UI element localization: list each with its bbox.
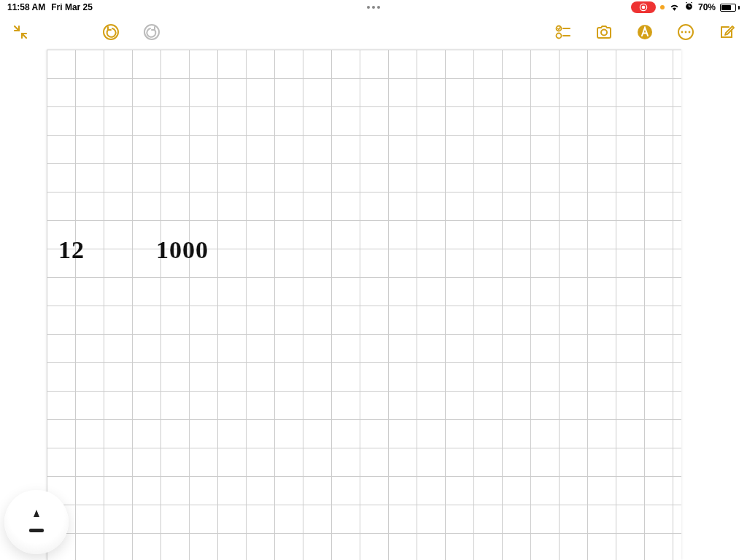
record-icon (638, 2, 649, 12)
more-icon (677, 23, 694, 41)
more-button[interactable] (676, 22, 696, 42)
alarm-icon (684, 1, 694, 13)
dot-icon (367, 6, 370, 9)
undo-icon (102, 23, 120, 41)
status-left: 11:58 AM Fri Mar 25 (7, 2, 93, 12)
svg-line-6 (691, 2, 692, 3)
handwriting-text: 12 (58, 236, 85, 264)
collapse-button[interactable] (10, 22, 31, 42)
collapse-icon (12, 23, 29, 41)
markup-button[interactable] (635, 22, 655, 42)
canvas-area[interactable]: 12 1000 (0, 50, 747, 560)
svg-point-17 (685, 31, 687, 34)
markup-icon (636, 23, 654, 41)
status-time: 11:58 AM (7, 2, 45, 12)
status-date: Fri Mar 25 (51, 2, 93, 12)
status-bar: 11:58 AM Fri Mar 25 70% (0, 0, 747, 15)
grid-paper[interactable]: 12 1000 (47, 50, 681, 560)
screen-record-pill[interactable] (631, 1, 656, 13)
toolbar-right (553, 22, 737, 42)
svg-point-11 (557, 34, 562, 39)
svg-point-18 (689, 31, 691, 34)
toolbar-left (10, 22, 162, 42)
battery-pct: 70% (698, 2, 716, 12)
svg-point-13 (601, 30, 607, 36)
wifi-icon (669, 2, 680, 13)
checklist-button[interactable] (553, 22, 573, 42)
handwriting-text: 1000 (156, 236, 209, 264)
camera-button[interactable] (594, 22, 614, 42)
svg-point-1 (642, 6, 646, 9)
dot-icon (372, 6, 375, 9)
dot-icon (377, 6, 380, 9)
mic-indicator-icon (660, 5, 665, 9)
multitask-indicator[interactable] (367, 6, 380, 9)
pen-tool-icon (29, 510, 44, 532)
svg-point-16 (681, 31, 684, 34)
camera-icon (595, 23, 613, 41)
redo-icon (143, 23, 160, 41)
pen-tray[interactable] (4, 490, 69, 554)
undo-button[interactable] (101, 22, 121, 42)
battery-icon (720, 4, 740, 12)
app-toolbar (0, 15, 747, 50)
checklist-icon (554, 23, 572, 41)
compose-button[interactable] (716, 22, 737, 42)
status-right: 70% (631, 1, 740, 13)
compose-icon (718, 23, 735, 41)
redo-button (142, 22, 162, 42)
svg-line-5 (686, 2, 687, 3)
